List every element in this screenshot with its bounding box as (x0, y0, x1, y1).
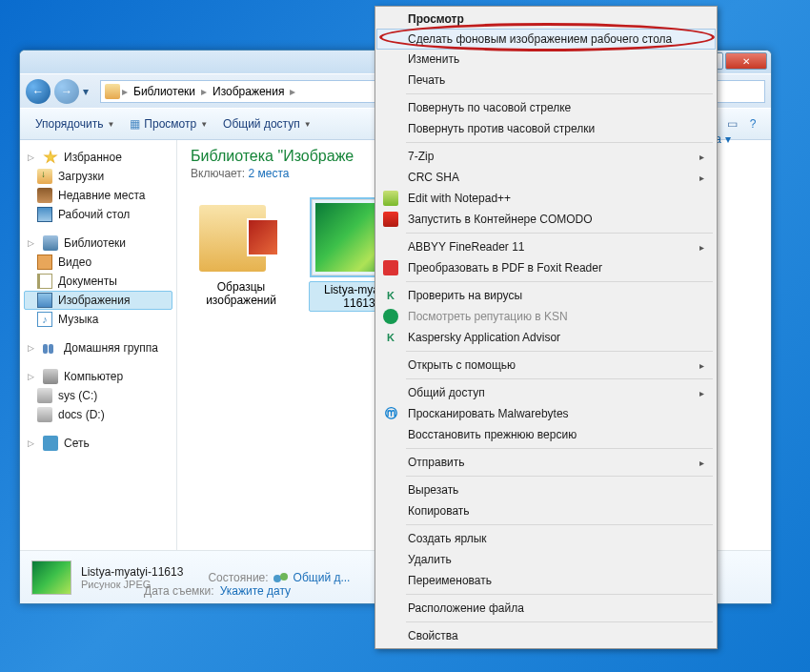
details-thumbnail (31, 560, 71, 595)
star-icon (43, 150, 58, 165)
library-locations-link[interactable]: 2 места (249, 167, 290, 180)
kaspersky-icon: K (383, 330, 398, 345)
network-icon (43, 436, 58, 451)
ctx-copy[interactable]: Копировать (377, 500, 715, 521)
homegroup-icon (43, 340, 58, 356)
sidebar-homegroup[interactable]: ▷Домашняя группа (24, 338, 172, 357)
folder-icon (199, 199, 283, 274)
kaspersky-icon: K (383, 288, 398, 303)
sidebar-downloads[interactable]: Загрузки (24, 167, 172, 186)
close-button[interactable]: ✕ (725, 52, 767, 70)
ctx-7zip[interactable]: 7-Zip▸ (377, 146, 715, 167)
sidebar-computer[interactable]: ▷Компьютер (24, 367, 172, 386)
ctx-properties[interactable]: Свойства (377, 625, 715, 646)
chevron-right-icon: ▸ (201, 85, 207, 98)
share-icon (273, 571, 290, 584)
sidebar-libraries[interactable]: ▷Библиотеки (24, 234, 172, 253)
recent-icon (37, 188, 52, 203)
drive-icon (37, 407, 52, 422)
file-label: Образцы изображений (191, 279, 292, 308)
notepadpp-icon (383, 191, 398, 206)
breadcrumb-images[interactable]: Изображения (209, 83, 288, 100)
ctx-shortcut[interactable]: Создать ярлык (377, 528, 715, 549)
sidebar-desktop[interactable]: Рабочий стол (24, 205, 172, 224)
libraries-icon (43, 235, 58, 251)
pdf-icon (383, 260, 398, 275)
ctx-antivirus[interactable]: KПроверить на вирусы (377, 285, 715, 306)
share-button[interactable]: Общий доступ▼ (215, 113, 319, 134)
history-dropdown[interactable]: ▾ (83, 85, 96, 98)
ctx-file-location[interactable]: Расположение файла (377, 598, 715, 619)
ctx-abbyy[interactable]: ABBYY FineReader 11▸ (377, 236, 715, 257)
drive-icon (37, 388, 52, 403)
ctx-print[interactable]: Печать (377, 70, 715, 91)
pictures-icon (37, 293, 52, 308)
sidebar-favorites[interactable]: ▷Избранное (24, 148, 172, 167)
forward-button[interactable]: → (54, 79, 79, 104)
help-icon[interactable]: ? (742, 113, 763, 134)
sidebar-drive-d[interactable]: docs (D:) (24, 405, 172, 424)
chevron-right-icon: ▸ (290, 85, 295, 98)
download-icon (37, 169, 52, 184)
ctx-rotate-cw[interactable]: Повернуть по часовой стрелке (377, 97, 715, 118)
computer-icon (43, 369, 58, 384)
video-icon (37, 255, 52, 270)
sidebar-drive-c[interactable]: sys (C:) (24, 386, 172, 405)
ctx-notepadpp[interactable]: Edit with Notepad++ (377, 188, 715, 209)
chevron-right-icon: ▸ (122, 85, 128, 98)
libraries-icon (105, 84, 120, 99)
ctx-sharing[interactable]: Общий доступ▸ (377, 382, 715, 403)
context-menu: Просмотр Сделать фоновым изображением ра… (375, 6, 718, 649)
ctx-rename[interactable]: Переименовать (377, 570, 715, 591)
file-samples-folder[interactable]: Образцы изображений (191, 199, 292, 312)
sidebar-music[interactable]: ♪Музыка (24, 310, 172, 329)
ctx-ksn[interactable]: Посмотреть репутацию в KSN (377, 306, 715, 327)
ctx-foxit[interactable]: Преобразовать в PDF в Foxit Reader (377, 257, 715, 278)
ctx-restore[interactable]: Восстановить прежнюю версию (377, 424, 715, 445)
details-state: Состояние: Общий д... (208, 571, 350, 584)
preview-button[interactable]: ▦Просмотр▼ (122, 113, 215, 134)
ctx-open-with[interactable]: Открыть с помощью▸ (377, 355, 715, 376)
details-date-value[interactable]: Укажите дату (220, 584, 291, 598)
ctx-comodo[interactable]: Запустить в Контейнере COMODO (377, 209, 715, 230)
organize-button[interactable]: Упорядочить▼ (28, 113, 122, 134)
comodo-icon (383, 212, 398, 227)
ctx-view[interactable]: Просмотр (377, 9, 715, 30)
ctx-delete[interactable]: Удалить (377, 549, 715, 570)
ctx-edit[interactable]: Изменить (377, 49, 715, 70)
preview-pane-icon[interactable]: ▭ (721, 113, 742, 134)
sidebar-video[interactable]: Видео (24, 253, 172, 272)
details-filename: Listya-myatyi-11613 (81, 565, 183, 579)
svg-point-1 (280, 573, 288, 580)
back-button[interactable]: ← (26, 79, 51, 104)
details-date-label: Дата съемки: (144, 584, 214, 598)
svg-point-0 (273, 575, 281, 582)
ctx-malwarebytes[interactable]: ⓜПросканировать Malwarebytes (377, 403, 715, 424)
sidebar-recent[interactable]: Недавние места (24, 186, 172, 205)
ctx-set-wallpaper[interactable]: Сделать фоновым изображением рабочего ст… (376, 29, 716, 50)
sidebar-network[interactable]: ▷Сеть (24, 434, 172, 453)
ctx-kadvisor[interactable]: KKaspersky Application Advisor (377, 327, 715, 348)
malwarebytes-icon: ⓜ (383, 406, 398, 421)
sidebar-documents[interactable]: Документы (24, 272, 172, 291)
ctx-crc-sha[interactable]: CRC SHA▸ (377, 167, 715, 188)
ksn-icon (383, 309, 398, 324)
ctx-send-to[interactable]: Отправить▸ (377, 452, 715, 473)
sidebar-images[interactable]: Изображения (24, 291, 172, 310)
sidebar: ▷Избранное Загрузки Недавние места Рабоч… (20, 140, 177, 550)
ctx-rotate-ccw[interactable]: Повернуть против часовой стрелки (377, 118, 715, 139)
desktop-icon (37, 207, 52, 222)
music-icon: ♪ (37, 312, 52, 327)
breadcrumb-libraries[interactable]: Библиотеки (130, 83, 199, 100)
ctx-cut[interactable]: Вырезать (377, 479, 715, 500)
documents-icon (37, 274, 52, 289)
